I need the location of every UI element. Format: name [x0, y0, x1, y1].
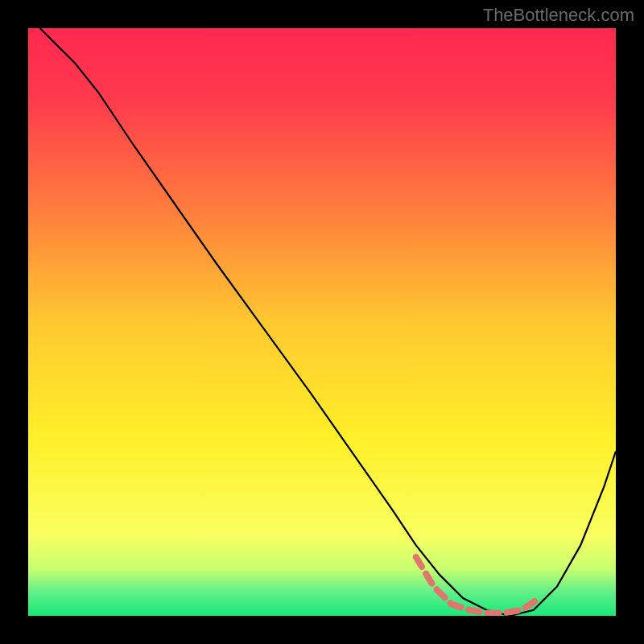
gradient-background — [28, 28, 616, 616]
chart-container — [28, 28, 616, 616]
chart-svg — [28, 28, 616, 616]
watermark-text: TheBottleneck.com — [483, 5, 634, 26]
